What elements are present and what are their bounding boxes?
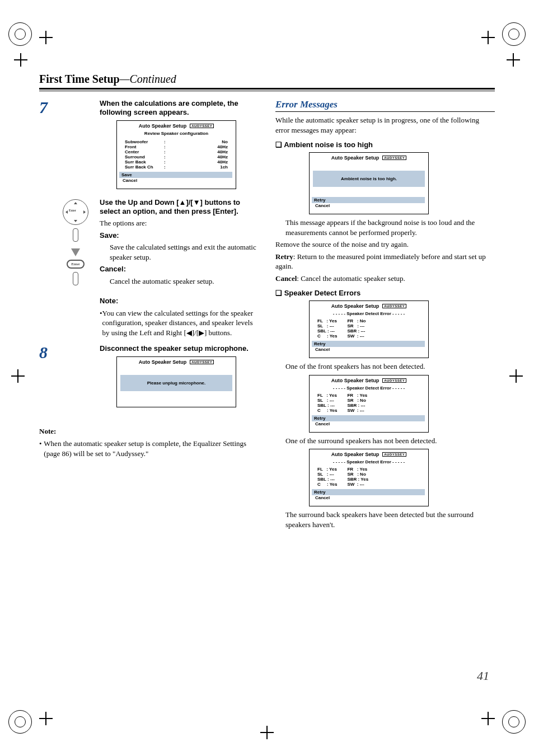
detect-value: SBR : ---	[347, 403, 367, 408]
detect-value: FL : Yes	[317, 467, 337, 472]
ambient-paragraph-1: This message appears if the background n…	[285, 218, 495, 237]
cfg-label: Subwoofer	[125, 139, 164, 144]
osd-message: Please unplug microphone.	[120, 375, 232, 391]
arrow-left-icon	[65, 210, 68, 214]
cancel-def: Cancel: Cancel the automatic speaker set…	[275, 274, 495, 284]
osd-unplug-mic: Auto Speaker Setup AUDYSSEY Please unplu…	[116, 356, 236, 407]
registration-mark-icon	[39, 31, 53, 44]
detect-value: FR : No	[347, 318, 366, 323]
registration-mark-icon	[39, 712, 53, 725]
cfg-value: 40Hz	[175, 154, 228, 159]
hand-press-icon	[68, 272, 83, 289]
crop-mark-icon	[502, 710, 526, 734]
osd-review-config: Auto Speaker Setup AUDYSSEY Review Speak…	[116, 120, 236, 189]
osd-ambient-noise: Auto Speaker Setup AUDYSSEY Ambient nois…	[309, 152, 429, 214]
title-main: First Time Setup	[39, 73, 120, 85]
cfg-label: Surr Back	[125, 159, 164, 165]
detect-value: SW : ---	[347, 334, 366, 339]
remote-illustration: Enter	[60, 199, 91, 289]
down-arrow-icon	[71, 248, 80, 256]
osd-cancel-option: Cancel	[313, 347, 425, 352]
detect-value: C : Yes	[317, 334, 337, 339]
cfg-value: No	[175, 139, 228, 144]
save-heading: Save:	[100, 231, 119, 240]
osd-speaker-detect-1: Auto Speaker Setup AUDYSSEY - - - - - Sp…	[309, 300, 429, 358]
retry-def: Retry: Return to the measured point imme…	[275, 252, 495, 271]
osd-title: Auto Speaker Setup	[331, 378, 380, 383]
crop-mark-icon	[502, 22, 526, 46]
step-7: 7 When the calculations are complete, th…	[39, 99, 259, 192]
step-number: 7	[39, 99, 60, 192]
divider	[39, 88, 495, 90]
registration-mark-icon	[260, 726, 274, 739]
detect-value: SW : ---	[347, 408, 367, 413]
osd-save-option: Save	[119, 172, 232, 178]
hand-press-icon	[68, 228, 83, 245]
options-lead: The options are:	[100, 218, 259, 228]
cancel-label: Cancel	[275, 274, 297, 283]
audyssey-badge: AUDYSSEY	[382, 378, 406, 383]
detect-caption-1: One of the front speakers has not been d…	[285, 361, 495, 372]
step-instruction: Use the Up and Down [▲]/[▼] buttons to s…	[100, 198, 240, 215]
osd-cancel-option: Cancel	[313, 495, 425, 500]
arrow-down-icon	[74, 220, 77, 222]
audyssey-badge: AUDYSSEY	[382, 304, 406, 308]
step-8: 8 Disconnect the speaker setup microphon…	[39, 344, 259, 411]
cfg-label: Surr Back Ch	[125, 165, 164, 170]
detect-value: C : Yes	[317, 482, 337, 487]
ambient-paragraph-2: Remove the source of the noise and try a…	[275, 240, 495, 250]
osd-config-table: Subwoofer:No Front:40Hz Center:40Hz Surr…	[125, 139, 228, 170]
osd-cancel-option: Cancel	[313, 203, 425, 208]
registration-mark-icon	[507, 53, 520, 67]
cfg-sep: :	[164, 165, 175, 170]
detect-value: SBR : ---	[347, 328, 366, 334]
error-intro: While the automatic speaker setup is in …	[275, 115, 495, 135]
step-illustration-area	[60, 99, 100, 192]
detect-caption-2: One of the surround speakers has not bee…	[285, 436, 495, 446]
cfg-label: Center	[125, 149, 164, 154]
save-description: Save the calculated settings and exit th…	[110, 242, 259, 262]
detect-value: SR : ---	[347, 323, 366, 328]
bullet: •	[39, 439, 44, 458]
detect-value: FL : Yes	[317, 393, 337, 398]
osd-retry-option: Retry	[312, 489, 425, 495]
osd-title: Auto Speaker Setup	[331, 303, 380, 309]
detect-value: C : Yes	[317, 408, 337, 413]
note-text: You can view the calculated settings for…	[102, 308, 259, 338]
detect-value: SR : No	[347, 398, 367, 403]
right-column: Error Messages While the automatic speak…	[275, 99, 495, 532]
cfg-label: Surround	[125, 154, 164, 159]
step-intro: When the calculations are complete, the …	[100, 99, 238, 116]
detect-value: SL : ---	[317, 323, 337, 328]
note-heading: Note:	[39, 427, 56, 435]
osd-detect-grid: FL : Yes SL : --- SBL : --- C : Yes FR :…	[317, 467, 420, 487]
audyssey-badge: AUDYSSEY	[382, 156, 406, 160]
cfg-value: 40Hz	[175, 144, 228, 149]
registration-mark-icon	[481, 712, 495, 725]
detect-value: SL : ---	[317, 472, 337, 477]
note-heading: Note:	[100, 297, 118, 305]
cfg-value: 1ch	[175, 165, 228, 170]
cfg-sep: :	[164, 144, 175, 149]
detect-value: SW : ---	[347, 482, 368, 487]
detect-value: FL : Yes	[317, 318, 337, 323]
detect-value: FR : Yes	[347, 393, 367, 398]
osd-retry-option: Retry	[312, 197, 425, 203]
step-number: 8	[39, 344, 60, 411]
osd-subtitle: Review Speaker configuration	[120, 131, 232, 136]
audyssey-badge: AUDYSSEY	[190, 124, 214, 128]
cfg-sep: :	[164, 149, 175, 154]
detect-value: SL : ---	[317, 398, 337, 403]
step-intro: Disconnect the speaker setup microphone.	[100, 344, 249, 353]
cfg-label: Front	[125, 144, 164, 149]
registration-mark-icon	[509, 369, 523, 383]
arrow-up-icon	[74, 202, 77, 204]
note-text: When the automatic speaker setup is comp…	[44, 439, 259, 458]
dpad-icon	[63, 199, 88, 225]
detect-value: SBL : ---	[317, 328, 337, 334]
retry-label: Retry	[275, 252, 293, 261]
crop-mark-icon	[8, 22, 32, 46]
osd-retry-option: Retry	[312, 415, 425, 421]
registration-mark-icon	[481, 31, 495, 44]
audyssey-badge: AUDYSSEY	[190, 360, 214, 364]
